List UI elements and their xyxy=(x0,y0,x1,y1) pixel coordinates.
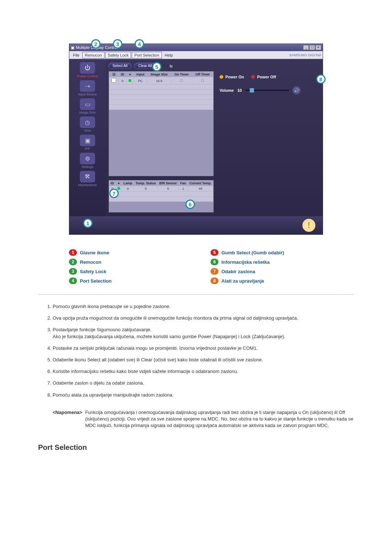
legend-item-6: 6 Informacijska rešetka xyxy=(211,259,323,265)
callout-5: 5 xyxy=(152,62,162,71)
menu-help[interactable]: Help xyxy=(163,52,175,58)
callout-1: 1 xyxy=(83,218,93,228)
grid2-h-status: ● xyxy=(116,181,122,186)
grid1-h-ontimer: On Timer xyxy=(171,72,192,77)
legend-badge-7: 7 xyxy=(211,268,219,275)
callout-8: 8 xyxy=(316,74,326,84)
sidebar-maintenance[interactable]: 🛠 Maintenance xyxy=(73,171,102,187)
selection-suffix: le xyxy=(170,64,173,68)
speaker-icon: 🔊 xyxy=(293,86,301,94)
row-id: 0 xyxy=(119,77,126,85)
menu-remocon[interactable]: Remocon xyxy=(82,52,105,58)
offtimer-dot-icon xyxy=(201,79,204,82)
sidebar-label-input: Input Source xyxy=(78,93,97,96)
row-input: PC xyxy=(134,77,147,85)
divider xyxy=(38,294,354,295)
settings-icon: ⚙ xyxy=(80,153,95,164)
callout-2: 2 xyxy=(91,39,101,49)
legend-badge-2: 2 xyxy=(69,259,77,265)
select-all-button[interactable]: Select All xyxy=(109,63,131,69)
sidebar-image-size[interactable]: ▭ Image Size xyxy=(73,98,102,114)
menu-safety-lock[interactable]: Safety Lock xyxy=(105,52,131,58)
power-off-dot-icon xyxy=(251,75,255,79)
sidebar-label-image-size: Image Size xyxy=(79,111,95,114)
legend-item-5: 5 Gumb Select (Gumb odabir) xyxy=(211,249,323,256)
legend-item-7: 7 Odabir zaslona xyxy=(211,268,323,275)
g2-fan: 1 xyxy=(179,186,188,192)
legend-item-8: 8 Alati za upravljanje xyxy=(211,278,323,284)
titlebar: ▣ Multiple Display Control _ □ × xyxy=(69,44,323,51)
sidebar-input-source[interactable]: ⇢ Input Source xyxy=(73,80,102,96)
row-checkbox[interactable] xyxy=(111,78,116,83)
legend-item-1: 1 Glavne ikone xyxy=(69,249,181,256)
menu-file[interactable]: File xyxy=(71,52,82,58)
app-window: 2 3 4 5 8 6 7 1 ▣ Multiple Display Contr… xyxy=(69,44,323,235)
sidebar-pip[interactable]: ▣ PIP xyxy=(73,135,102,151)
legend-badge-8: 8 xyxy=(211,278,219,284)
selection-grid[interactable]: ☑ ID ● Input Image Size On Timer Off Tim… xyxy=(109,71,214,176)
legend-text-8: Alati za upravljanje xyxy=(221,278,264,284)
power-on-dot-icon xyxy=(220,75,223,79)
section-title: Port Selection xyxy=(38,443,354,452)
volume-control: Volume 10 🔊 xyxy=(220,86,316,94)
minimize-button[interactable]: _ xyxy=(303,45,309,50)
legend-badge-4: 4 xyxy=(69,278,77,284)
legend-text-1: Glavne ikone xyxy=(80,250,109,255)
note-text: Funkcija omogućavanja i onemogućavanja d… xyxy=(85,409,354,429)
sidebar-label-power: Power Control xyxy=(77,74,98,78)
grid2-h-br: B/R Sensor xyxy=(158,181,179,186)
legend-text-5: Gumb Select (Gumb odabir) xyxy=(221,250,284,255)
menu-port-selection[interactable]: Port Selection xyxy=(132,52,162,58)
legend-text-3: Safety Lock xyxy=(80,269,106,274)
legend-badge-5: 5 xyxy=(211,249,219,256)
desc-3: Postavljanje funkcije Sigurnosno zaključ… xyxy=(53,327,354,340)
warning-icon: ! xyxy=(302,219,315,232)
g2-br: 0 xyxy=(158,186,179,192)
legend-text-2: Remocon xyxy=(80,259,101,265)
main-panel: Select All Clear All le ☑ ID ● Input Ima… xyxy=(106,59,323,216)
sidebar-settings[interactable]: ⚙ Settings xyxy=(73,153,102,169)
note-label: <Napomena> xyxy=(53,409,82,429)
legend-text-6: Informacijska rešetka xyxy=(221,259,270,265)
grid2-h-curtemp: Current Temp. xyxy=(188,181,213,186)
window-icon: ▣ xyxy=(71,45,74,50)
g2-curtemp: 49 xyxy=(188,186,213,192)
grid2-h-id: ID xyxy=(109,181,116,186)
menubar: File Remocon Safety Lock Port Selection … xyxy=(69,51,323,59)
volume-slider[interactable] xyxy=(245,90,289,91)
power-icon: ⏻ xyxy=(80,62,95,74)
description-list: Pomoću glavnih ikona prebacujte se u poj… xyxy=(38,303,354,398)
legend-badge-3: 3 xyxy=(69,268,77,275)
note-block: <Napomena> Funkcija omogućavanja i onemo… xyxy=(38,409,354,429)
desc-6: Koristite informacijsku rešetku kako bis… xyxy=(53,368,354,375)
legend-text-4: Port Selection xyxy=(80,278,111,284)
maximize-button[interactable]: □ xyxy=(309,45,315,50)
sidebar-time[interactable]: ◷ Time xyxy=(73,116,102,132)
statusbar: ! xyxy=(69,216,323,234)
grid2-h-lamp: Lamp xyxy=(122,181,134,186)
grid2-row: 0 0 0 0 1 49 xyxy=(109,186,213,192)
desc-7: Odaberite zaslon u dijelu za odabir zasl… xyxy=(53,380,354,386)
power-off-button[interactable]: Power Off xyxy=(251,75,276,79)
legend-item-2: 2 Remocon xyxy=(69,259,181,265)
grid1-h-input: Input xyxy=(134,72,147,77)
callout-6: 6 xyxy=(185,200,195,209)
legend-item-4: 4 Port Selection xyxy=(69,278,181,284)
sidebar: ⏻ Power Control ⇢ Input Source ▭ Image S… xyxy=(69,59,106,216)
time-icon: ◷ xyxy=(80,116,95,128)
g2-status-icon xyxy=(117,187,120,190)
power-on-button[interactable]: Power On xyxy=(220,75,244,79)
sidebar-power-control[interactable]: ⏻ Power Control xyxy=(73,62,102,78)
brand-logo: SAMSUNG DIGITall xyxy=(289,53,321,57)
desc-4: Postavke za serijski priključak računala… xyxy=(53,345,354,352)
desc-5: Odaberite ikonu Select all (odaberi sve)… xyxy=(53,357,354,363)
input-icon: ⇢ xyxy=(80,80,95,92)
volume-slider-thumb[interactable] xyxy=(250,88,254,93)
status-dot-icon xyxy=(128,79,131,82)
top-buttons-row: Select All Clear All le xyxy=(109,63,320,69)
sidebar-label-maintenance: Maintenance xyxy=(78,183,97,187)
grid2-h-fan: Fan xyxy=(179,181,188,186)
grid1-row[interactable]: 0 PC 16:9 xyxy=(109,77,213,85)
close-button[interactable]: × xyxy=(315,45,321,50)
g2-lamp: 0 xyxy=(122,186,134,192)
